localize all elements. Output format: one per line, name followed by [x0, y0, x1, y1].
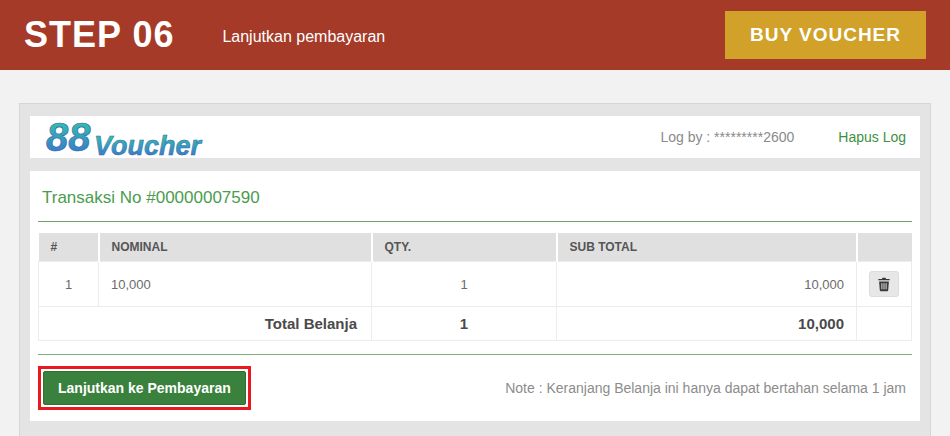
total-label: Total Belanja [39, 307, 372, 341]
transaction-title: Transaksi No #00000007590 [38, 184, 912, 222]
lanjutkan-pembayaran-button[interactable]: Lanjutkan ke Pembayaran [43, 371, 246, 405]
delete-item-button[interactable] [869, 271, 899, 297]
cell-num: 1 [39, 262, 99, 307]
total-action-empty [857, 307, 912, 341]
step-banner: STEP 06 Lanjutkan pembayaran BUY VOUCHER [0, 0, 950, 70]
site-header-panel: 88 Voucher Log by : *********2600 Hapus … [30, 116, 920, 158]
highlight-annotation: Lanjutkan ke Pembayaran [38, 366, 251, 410]
header-num: # [39, 233, 99, 262]
checkout-row: Lanjutkan ke Pembayaran Note : Keranjang… [38, 354, 912, 410]
buy-voucher-button[interactable]: BUY VOUCHER [725, 11, 926, 59]
header-action [857, 233, 912, 262]
content-card: 88 Voucher Log by : *********2600 Hapus … [19, 103, 931, 436]
total-subtotal: 10,000 [557, 307, 857, 341]
header-nominal: NOMINAL [99, 233, 372, 262]
logo-text-voucher: Voucher [94, 131, 203, 158]
cell-nominal: 10,000 [99, 262, 372, 307]
step-label: STEP 06 [24, 14, 174, 56]
trash-icon [877, 277, 891, 292]
cell-qty: 1 [372, 262, 557, 307]
table-row: 1 10,000 1 10,000 [39, 262, 912, 307]
total-qty: 1 [372, 307, 557, 341]
cell-action [857, 262, 912, 307]
table-header-row: # NOMINAL QTY. SUB TOTAL [39, 233, 912, 262]
header-subtotal: SUB TOTAL [557, 233, 857, 262]
transaction-panel: Transaksi No #00000007590 # NOMINAL QTY.… [30, 171, 920, 421]
site-logo: 88 Voucher [44, 118, 224, 158]
cart-note: Note : Keranjang Belanja ini hanya dapat… [505, 380, 912, 396]
total-row: Total Belanja 1 10,000 [39, 307, 912, 341]
cell-subtotal: 10,000 [557, 262, 857, 307]
logo-text-88: 88 [46, 118, 91, 158]
session-info: Log by : *********2600 Hapus Log [660, 129, 906, 145]
header-qty: QTY. [372, 233, 557, 262]
cart-table: # NOMINAL QTY. SUB TOTAL 1 10,000 1 10,0… [38, 233, 912, 341]
step-subtitle: Lanjutkan pembayaran [222, 28, 385, 46]
hapus-log-link[interactable]: Hapus Log [838, 129, 906, 145]
log-by-text: Log by : *********2600 [660, 129, 794, 145]
